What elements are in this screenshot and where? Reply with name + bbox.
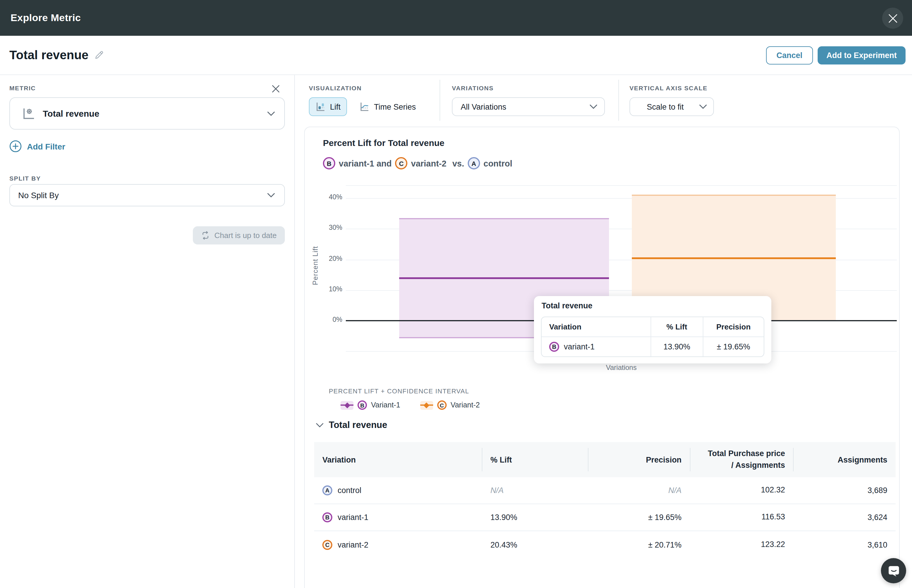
- chart-up-to-date-label: Chart is up to date: [215, 231, 277, 240]
- variant-b-badge: B: [549, 342, 559, 352]
- title-bar: Total revenue Cancel Add to Experiment: [0, 36, 912, 75]
- variations-label: VARIATIONS: [452, 84, 494, 92]
- tab-time-series[interactable]: Time Series: [353, 97, 422, 116]
- table-row: A control N/A N/A 102.32 3,689: [314, 477, 896, 504]
- results-table-header: Variation % Lift Precision Total Purchas…: [314, 442, 896, 477]
- cell-lift: 13.90%: [481, 504, 588, 531]
- table-row: C variant-2 20.43% ± 20.71% 123.22 3,610: [314, 531, 896, 558]
- chart-tooltip: Total revenue Variation % Lift Precision…: [534, 296, 772, 363]
- panel-close-button[interactable]: [270, 83, 281, 94]
- variation-badge: B: [322, 512, 333, 522]
- comparison-vs: vs.: [452, 158, 464, 168]
- modal-close-button[interactable]: [882, 8, 903, 29]
- lift-chart-icon: [315, 102, 326, 112]
- lift-line-variant-1[interactable]: [399, 278, 609, 279]
- cell-total-purchase-price: 102.32: [690, 477, 793, 504]
- metric-label: METRIC: [10, 84, 36, 92]
- cell-precision: ± 19.65%: [588, 504, 689, 531]
- col-precision: Precision: [588, 442, 689, 477]
- y-tick-label: 20%: [315, 255, 342, 262]
- chart-card: Percent Lift for Total revenue B variant…: [304, 127, 900, 588]
- col-assignments: Assignments: [793, 442, 896, 477]
- variation-badge: A: [322, 485, 333, 495]
- chat-bubble-icon: [886, 563, 901, 578]
- close-icon: [271, 84, 280, 93]
- add-to-experiment-button[interactable]: Add to Experiment: [818, 46, 906, 64]
- cell-assignments: 3,689: [793, 477, 896, 504]
- title-actions: Cancel Add to Experiment: [766, 46, 906, 64]
- add-filter-label: Add Filter: [27, 142, 65, 151]
- y-tick-label: 40%: [315, 194, 342, 200]
- close-icon: [888, 13, 897, 23]
- results-table-body: A control N/A N/A 102.32 3,689 B variant…: [314, 477, 896, 558]
- results-table: Variation % Lift Precision Total Purchas…: [314, 442, 896, 558]
- cell-lift: N/A: [481, 477, 588, 504]
- tooltip-col-variation: Variation: [542, 317, 650, 337]
- cancel-button[interactable]: Cancel: [766, 46, 813, 64]
- split-by-label: SPLIT BY: [10, 175, 41, 182]
- variations-value: All Variations: [461, 102, 507, 111]
- axis-scale-select[interactable]: Scale to fit: [630, 97, 714, 116]
- lift-line-variant-2[interactable]: [632, 258, 836, 259]
- tooltip-col-lift: % Lift: [650, 317, 702, 337]
- table-row: B variant-1 13.90% ± 19.65% 116.53 3,624: [314, 504, 896, 531]
- chart-up-to-date-button[interactable]: Chart is up to date: [193, 226, 285, 244]
- chevron-down-icon: [699, 104, 707, 109]
- chevron-down-icon: [267, 111, 275, 116]
- variations-select[interactable]: All Variations: [452, 97, 605, 116]
- tab-lift[interactable]: Lift: [309, 97, 347, 116]
- chat-launcher-button[interactable]: [881, 558, 906, 583]
- comparison-text: control: [484, 158, 512, 168]
- legend-item-variant-2: C Variant-2: [420, 401, 480, 410]
- metric-select-value: Total revenue: [43, 108, 99, 118]
- controls-divider: [440, 80, 440, 121]
- variation-name: variant-1: [337, 513, 368, 522]
- visualization-label: VISUALIZATION: [309, 84, 362, 92]
- cell-total-purchase-price: 123.22: [690, 531, 793, 558]
- chevron-down-icon: [590, 104, 597, 109]
- controls-divider: [618, 80, 619, 121]
- chevron-down-icon: [267, 193, 275, 197]
- chart-panel: VISUALIZATION Lift: [295, 75, 912, 588]
- modal-header: Explore Metric: [0, 0, 912, 36]
- cell-total-purchase-price: 116.53: [690, 504, 793, 531]
- tooltip-table: Variation % Lift Precision B variant-1 1…: [541, 317, 764, 357]
- add-filter-button[interactable]: Add Filter: [10, 140, 65, 152]
- cell-variation: C variant-2: [314, 531, 481, 558]
- metric-config-panel: METRIC Total revenue: [0, 75, 295, 588]
- edit-title-button[interactable]: [93, 48, 105, 61]
- tooltip-title: Total revenue: [542, 301, 592, 310]
- split-by-select[interactable]: No Split By: [10, 184, 285, 206]
- cell-variation: A control: [314, 477, 481, 504]
- tooltip-col-precision: Precision: [703, 317, 764, 337]
- results-section-header[interactable]: Total revenue: [316, 420, 387, 430]
- variant-b-badge: B: [358, 401, 367, 410]
- variant-c-badge: C: [437, 401, 447, 410]
- visualization-tabs: Lift Time Series: [309, 97, 422, 116]
- cell-precision: ± 20.71%: [588, 531, 689, 558]
- y-tick-label: 10%: [315, 286, 342, 292]
- cell-variation: B variant-1: [314, 504, 481, 531]
- legend-title: PERCENT LIFT + CONFIDENCE INTERVAL: [329, 388, 469, 394]
- cell-precision: N/A: [588, 477, 689, 504]
- col-variation: Variation: [314, 442, 481, 477]
- metric-select[interactable]: Total revenue: [10, 97, 285, 129]
- variant-b-badge: B: [323, 157, 335, 170]
- explore-metric-modal: Explore Metric Total revenue Cancel Add …: [0, 0, 912, 588]
- split-by-value: No Split By: [18, 191, 59, 200]
- axis-scale-value: Scale to fit: [647, 102, 684, 111]
- tooltip-row-variation: B variant-1: [542, 337, 650, 357]
- tooltip-row-lift: 13.90%: [650, 337, 702, 357]
- chart-title: Percent Lift for Total revenue: [323, 138, 445, 148]
- tooltip-row-precision: ± 19.65%: [703, 337, 764, 357]
- control-a-badge: A: [468, 157, 480, 170]
- chevron-down-icon: [316, 422, 324, 428]
- modal-title: Explore Metric: [11, 12, 81, 24]
- variation-badge: C: [322, 540, 333, 549]
- chart-legend: B Variant-1 C Variant-2: [341, 401, 480, 410]
- tab-lift-label: Lift: [330, 102, 341, 111]
- comparison-text: variant-2: [411, 158, 447, 168]
- variation-name: control: [337, 486, 362, 495]
- y-tick-label: 30%: [315, 224, 342, 231]
- cell-assignments: 3,624: [793, 504, 896, 531]
